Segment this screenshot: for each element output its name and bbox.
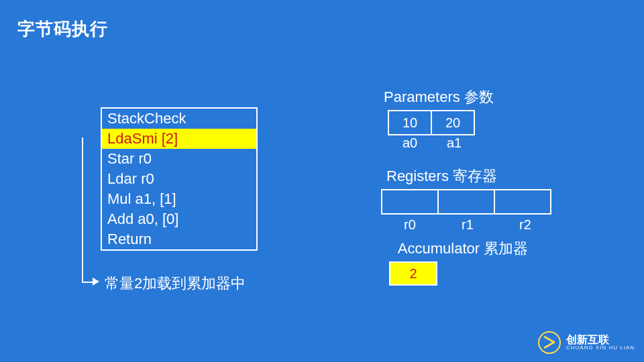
bytecode-line: Ldar r0	[102, 169, 256, 189]
bytecode-line: Return	[102, 229, 256, 249]
register-label: r1	[439, 217, 496, 233]
logo-brand-zh: 创新互联	[566, 335, 635, 345]
registers-labels: r0 r1 r2	[381, 217, 554, 233]
annotation-text: 常量2加载到累加器中	[105, 274, 246, 294]
bytecode-line: Star r0	[102, 149, 256, 169]
param-cell: 20	[432, 111, 474, 134]
bytecode-line: Mul a1, [1]	[102, 189, 256, 209]
registers-cells	[381, 189, 551, 215]
bytecode-line-active: LdaSmi [2]	[102, 129, 256, 149]
register-cell	[439, 190, 495, 213]
bytecode-list: StackCheck LdaSmi [2] Star r0 Ldar r0 Mu…	[101, 107, 258, 251]
register-label: r0	[381, 217, 439, 233]
param-label: a1	[432, 135, 476, 151]
bytecode-line: Add a0, [0]	[102, 209, 256, 229]
registers-heading: Registers 寄存器	[386, 166, 561, 186]
param-cell: 10	[389, 111, 432, 134]
page-title: 字节码执行	[17, 17, 108, 41]
accumulator-cell: 2	[389, 261, 437, 286]
accumulator-heading: Accumulator 累加器	[369, 239, 557, 259]
parameters-cells: 10 20	[388, 110, 475, 135]
footer-logo: 创新互联 CHUANG XIN HU LIAN	[538, 331, 635, 354]
parameters-heading: Parameters 参数	[384, 87, 545, 107]
logo-icon	[538, 331, 561, 354]
register-label: r2	[496, 217, 554, 233]
bytecode-line: StackCheck	[102, 109, 256, 129]
logo-text: 创新互联 CHUANG XIN HU LIAN	[566, 335, 635, 351]
annotation-arrow-line	[82, 137, 94, 283]
param-label: a0	[388, 135, 432, 151]
register-cell	[495, 190, 550, 213]
annotation-arrow-head-icon	[93, 278, 99, 286]
slide-stage: 字节码执行 StackCheck LdaSmi [2] Star r0 Ldar…	[0, 0, 644, 362]
logo-brand-en: CHUANG XIN HU LIAN	[566, 345, 635, 351]
parameters-labels: a0 a1	[388, 135, 476, 151]
register-cell	[382, 190, 439, 213]
